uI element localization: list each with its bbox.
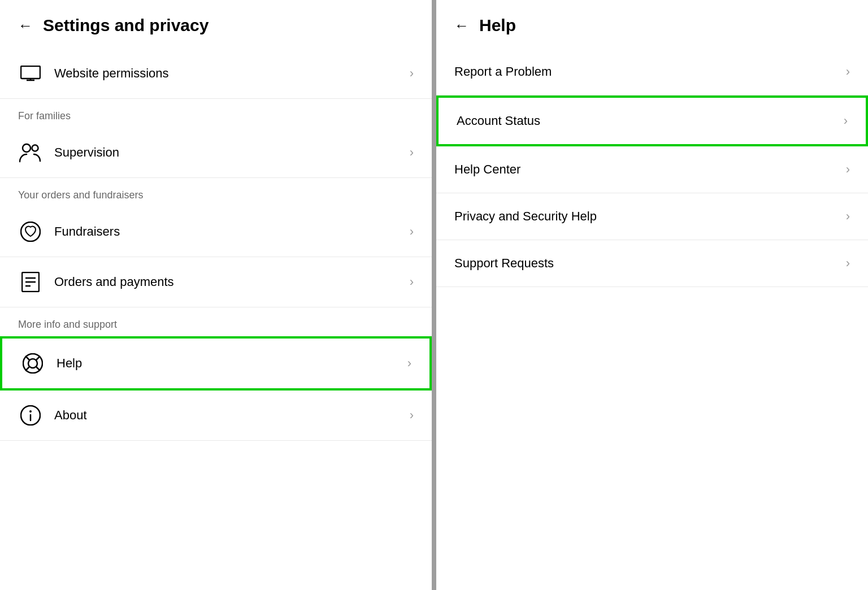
svg-line-12 — [25, 356, 30, 361]
receipt-icon — [18, 270, 43, 294]
help-label: Help — [57, 356, 407, 371]
account-status-chevron: › — [844, 114, 848, 128]
help-chevron: › — [407, 356, 411, 371]
left-back-button[interactable]: ← — [18, 17, 33, 34]
report-problem-chevron: › — [846, 64, 850, 79]
supervision-chevron: › — [410, 145, 414, 160]
panel-divider — [432, 0, 436, 590]
orders-payments-label: Orders and payments — [54, 275, 410, 289]
section-orders-fundraisers: Your orders and fundraisers — [0, 178, 432, 207]
menu-item-help[interactable]: Help › — [0, 336, 432, 391]
svg-point-5 — [21, 222, 40, 241]
menu-item-orders-payments[interactable]: Orders and payments › — [0, 257, 432, 307]
menu-item-website-permissions[interactable]: Website permissions › — [0, 49, 432, 99]
svg-rect-0 — [21, 66, 40, 79]
supervision-label: Supervision — [54, 145, 410, 160]
report-problem-label: Report a Problem — [454, 64, 846, 79]
menu-item-account-status[interactable]: Account Status › — [436, 96, 868, 146]
help-center-label: Help Center — [454, 162, 846, 177]
about-chevron: › — [410, 408, 414, 423]
menu-item-supervision[interactable]: Supervision › — [0, 128, 432, 178]
menu-item-report-problem[interactable]: Report a Problem › — [436, 49, 868, 96]
menu-item-help-center[interactable]: Help Center › — [436, 146, 868, 193]
support-requests-label: Support Requests — [454, 256, 846, 271]
svg-line-13 — [36, 356, 41, 361]
website-permissions-label: Website permissions — [54, 66, 410, 81]
svg-line-15 — [36, 367, 41, 371]
left-panel-title: Settings and privacy — [43, 16, 209, 35]
menu-item-fundraisers[interactable]: Fundraisers › — [0, 207, 432, 257]
heart-icon — [18, 219, 43, 244]
fundraisers-chevron: › — [410, 224, 414, 239]
right-panel: ← Help Report a Problem › Account Status… — [436, 0, 868, 590]
help-center-chevron: › — [846, 162, 850, 177]
fundraisers-label: Fundraisers — [54, 224, 410, 239]
menu-item-privacy-security[interactable]: Privacy and Security Help › — [436, 193, 868, 240]
privacy-security-label: Privacy and Security Help — [454, 209, 846, 224]
left-panel: ← Settings and privacy Website permissio… — [0, 0, 432, 590]
svg-point-17 — [29, 410, 32, 413]
menu-item-support-requests[interactable]: Support Requests › — [436, 240, 868, 287]
svg-point-4 — [32, 145, 38, 151]
account-status-label: Account Status — [457, 114, 844, 128]
website-permissions-chevron: › — [410, 66, 414, 81]
info-icon — [18, 403, 43, 428]
section-for-families: For families — [0, 99, 432, 128]
support-requests-chevron: › — [846, 256, 850, 271]
menu-item-about[interactable]: About › — [0, 391, 432, 441]
orders-payments-chevron: › — [410, 275, 414, 289]
about-label: About — [54, 408, 410, 423]
left-panel-header: ← Settings and privacy — [0, 0, 432, 49]
monitor-icon — [18, 61, 43, 86]
right-back-button[interactable]: ← — [454, 17, 469, 34]
svg-point-3 — [23, 144, 31, 152]
privacy-security-chevron: › — [846, 209, 850, 224]
svg-line-14 — [25, 367, 30, 371]
right-panel-title: Help — [479, 16, 516, 35]
lifesaver-icon — [20, 351, 45, 376]
supervision-icon — [18, 140, 43, 165]
right-panel-header: ← Help — [436, 0, 868, 49]
section-more-info: More info and support — [0, 307, 432, 336]
